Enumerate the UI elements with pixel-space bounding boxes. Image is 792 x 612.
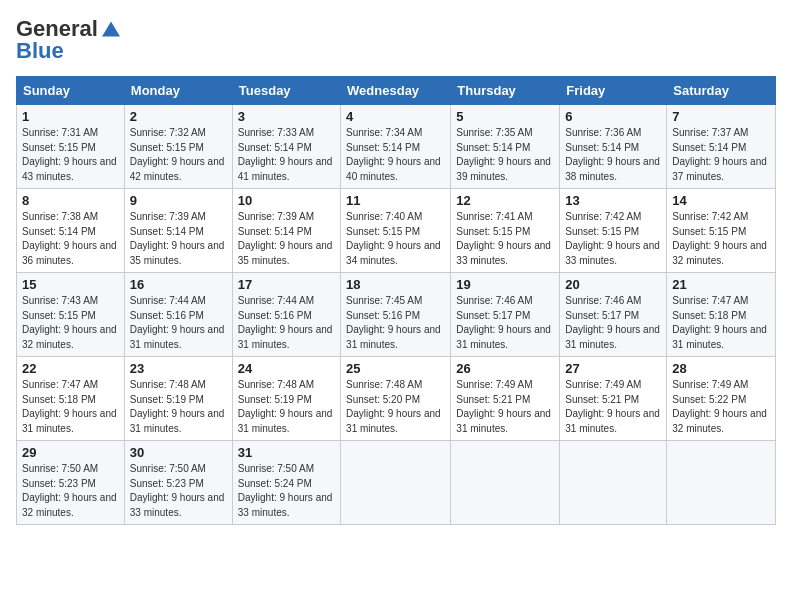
day-detail: Sunrise: 7:44 AM Sunset: 5:16 PM Dayligh… <box>238 294 335 352</box>
day-number: 23 <box>130 361 227 376</box>
day-detail: Sunrise: 7:33 AM Sunset: 5:14 PM Dayligh… <box>238 126 335 184</box>
calendar-cell: 17 Sunrise: 7:44 AM Sunset: 5:16 PM Dayl… <box>232 273 340 357</box>
calendar-cell: 23 Sunrise: 7:48 AM Sunset: 5:19 PM Dayl… <box>124 357 232 441</box>
day-number: 8 <box>22 193 119 208</box>
day-detail: Sunrise: 7:37 AM Sunset: 5:14 PM Dayligh… <box>672 126 770 184</box>
day-number: 11 <box>346 193 445 208</box>
calendar-cell: 15 Sunrise: 7:43 AM Sunset: 5:15 PM Dayl… <box>17 273 125 357</box>
calendar-cell: 11 Sunrise: 7:40 AM Sunset: 5:15 PM Dayl… <box>341 189 451 273</box>
day-detail: Sunrise: 7:34 AM Sunset: 5:14 PM Dayligh… <box>346 126 445 184</box>
calendar-cell <box>667 441 776 525</box>
day-number: 24 <box>238 361 335 376</box>
day-number: 27 <box>565 361 661 376</box>
day-number: 21 <box>672 277 770 292</box>
calendar-cell: 18 Sunrise: 7:45 AM Sunset: 5:16 PM Dayl… <box>341 273 451 357</box>
calendar-cell: 4 Sunrise: 7:34 AM Sunset: 5:14 PM Dayli… <box>341 105 451 189</box>
calendar-cell: 14 Sunrise: 7:42 AM Sunset: 5:15 PM Dayl… <box>667 189 776 273</box>
day-detail: Sunrise: 7:49 AM Sunset: 5:21 PM Dayligh… <box>565 378 661 436</box>
day-detail: Sunrise: 7:39 AM Sunset: 5:14 PM Dayligh… <box>130 210 227 268</box>
day-detail: Sunrise: 7:46 AM Sunset: 5:17 PM Dayligh… <box>565 294 661 352</box>
weekday-header-thursday: Thursday <box>451 77 560 105</box>
day-detail: Sunrise: 7:49 AM Sunset: 5:22 PM Dayligh… <box>672 378 770 436</box>
calendar-table: SundayMondayTuesdayWednesdayThursdayFrid… <box>16 76 776 525</box>
day-detail: Sunrise: 7:50 AM Sunset: 5:23 PM Dayligh… <box>130 462 227 520</box>
day-detail: Sunrise: 7:45 AM Sunset: 5:16 PM Dayligh… <box>346 294 445 352</box>
calendar-cell: 21 Sunrise: 7:47 AM Sunset: 5:18 PM Dayl… <box>667 273 776 357</box>
calendar-cell: 25 Sunrise: 7:48 AM Sunset: 5:20 PM Dayl… <box>341 357 451 441</box>
day-number: 30 <box>130 445 227 460</box>
day-number: 9 <box>130 193 227 208</box>
day-detail: Sunrise: 7:48 AM Sunset: 5:20 PM Dayligh… <box>346 378 445 436</box>
day-number: 6 <box>565 109 661 124</box>
day-detail: Sunrise: 7:48 AM Sunset: 5:19 PM Dayligh… <box>238 378 335 436</box>
day-number: 4 <box>346 109 445 124</box>
calendar-cell: 2 Sunrise: 7:32 AM Sunset: 5:15 PM Dayli… <box>124 105 232 189</box>
weekday-header-monday: Monday <box>124 77 232 105</box>
day-number: 28 <box>672 361 770 376</box>
calendar-cell <box>341 441 451 525</box>
weekday-header-sunday: Sunday <box>17 77 125 105</box>
calendar-cell: 16 Sunrise: 7:44 AM Sunset: 5:16 PM Dayl… <box>124 273 232 357</box>
day-number: 19 <box>456 277 554 292</box>
day-detail: Sunrise: 7:36 AM Sunset: 5:14 PM Dayligh… <box>565 126 661 184</box>
calendar-cell: 31 Sunrise: 7:50 AM Sunset: 5:24 PM Dayl… <box>232 441 340 525</box>
day-detail: Sunrise: 7:50 AM Sunset: 5:24 PM Dayligh… <box>238 462 335 520</box>
weekday-header-saturday: Saturday <box>667 77 776 105</box>
day-number: 25 <box>346 361 445 376</box>
calendar-cell: 8 Sunrise: 7:38 AM Sunset: 5:14 PM Dayli… <box>17 189 125 273</box>
calendar-cell: 5 Sunrise: 7:35 AM Sunset: 5:14 PM Dayli… <box>451 105 560 189</box>
calendar-cell: 24 Sunrise: 7:48 AM Sunset: 5:19 PM Dayl… <box>232 357 340 441</box>
day-detail: Sunrise: 7:35 AM Sunset: 5:14 PM Dayligh… <box>456 126 554 184</box>
svg-marker-0 <box>102 21 120 36</box>
calendar-cell: 19 Sunrise: 7:46 AM Sunset: 5:17 PM Dayl… <box>451 273 560 357</box>
calendar-cell: 22 Sunrise: 7:47 AM Sunset: 5:18 PM Dayl… <box>17 357 125 441</box>
calendar-cell: 20 Sunrise: 7:46 AM Sunset: 5:17 PM Dayl… <box>560 273 667 357</box>
calendar-cell <box>451 441 560 525</box>
day-detail: Sunrise: 7:42 AM Sunset: 5:15 PM Dayligh… <box>672 210 770 268</box>
calendar-cell: 12 Sunrise: 7:41 AM Sunset: 5:15 PM Dayl… <box>451 189 560 273</box>
day-number: 5 <box>456 109 554 124</box>
logo-blue-label: Blue <box>16 38 64 64</box>
page-header: General Blue <box>16 16 776 64</box>
calendar-cell: 1 Sunrise: 7:31 AM Sunset: 5:15 PM Dayli… <box>17 105 125 189</box>
weekday-header-tuesday: Tuesday <box>232 77 340 105</box>
day-number: 20 <box>565 277 661 292</box>
day-detail: Sunrise: 7:49 AM Sunset: 5:21 PM Dayligh… <box>456 378 554 436</box>
calendar-cell: 7 Sunrise: 7:37 AM Sunset: 5:14 PM Dayli… <box>667 105 776 189</box>
calendar-cell: 13 Sunrise: 7:42 AM Sunset: 5:15 PM Dayl… <box>560 189 667 273</box>
day-number: 17 <box>238 277 335 292</box>
calendar-cell: 10 Sunrise: 7:39 AM Sunset: 5:14 PM Dayl… <box>232 189 340 273</box>
day-number: 14 <box>672 193 770 208</box>
day-detail: Sunrise: 7:47 AM Sunset: 5:18 PM Dayligh… <box>672 294 770 352</box>
day-number: 31 <box>238 445 335 460</box>
weekday-header-wednesday: Wednesday <box>341 77 451 105</box>
logo-triangle-icon <box>100 20 122 38</box>
day-detail: Sunrise: 7:46 AM Sunset: 5:17 PM Dayligh… <box>456 294 554 352</box>
day-detail: Sunrise: 7:39 AM Sunset: 5:14 PM Dayligh… <box>238 210 335 268</box>
day-number: 18 <box>346 277 445 292</box>
calendar-cell: 3 Sunrise: 7:33 AM Sunset: 5:14 PM Dayli… <box>232 105 340 189</box>
day-number: 1 <box>22 109 119 124</box>
day-number: 10 <box>238 193 335 208</box>
day-number: 12 <box>456 193 554 208</box>
day-detail: Sunrise: 7:47 AM Sunset: 5:18 PM Dayligh… <box>22 378 119 436</box>
calendar-cell: 27 Sunrise: 7:49 AM Sunset: 5:21 PM Dayl… <box>560 357 667 441</box>
calendar-cell: 9 Sunrise: 7:39 AM Sunset: 5:14 PM Dayli… <box>124 189 232 273</box>
day-detail: Sunrise: 7:43 AM Sunset: 5:15 PM Dayligh… <box>22 294 119 352</box>
day-detail: Sunrise: 7:48 AM Sunset: 5:19 PM Dayligh… <box>130 378 227 436</box>
calendar-cell <box>560 441 667 525</box>
day-number: 2 <box>130 109 227 124</box>
day-number: 16 <box>130 277 227 292</box>
day-detail: Sunrise: 7:40 AM Sunset: 5:15 PM Dayligh… <box>346 210 445 268</box>
day-number: 3 <box>238 109 335 124</box>
calendar-cell: 26 Sunrise: 7:49 AM Sunset: 5:21 PM Dayl… <box>451 357 560 441</box>
calendar-cell: 30 Sunrise: 7:50 AM Sunset: 5:23 PM Dayl… <box>124 441 232 525</box>
day-detail: Sunrise: 7:32 AM Sunset: 5:15 PM Dayligh… <box>130 126 227 184</box>
day-detail: Sunrise: 7:42 AM Sunset: 5:15 PM Dayligh… <box>565 210 661 268</box>
calendar-cell: 29 Sunrise: 7:50 AM Sunset: 5:23 PM Dayl… <box>17 441 125 525</box>
day-number: 15 <box>22 277 119 292</box>
day-number: 29 <box>22 445 119 460</box>
calendar-cell: 6 Sunrise: 7:36 AM Sunset: 5:14 PM Dayli… <box>560 105 667 189</box>
day-number: 7 <box>672 109 770 124</box>
day-detail: Sunrise: 7:44 AM Sunset: 5:16 PM Dayligh… <box>130 294 227 352</box>
